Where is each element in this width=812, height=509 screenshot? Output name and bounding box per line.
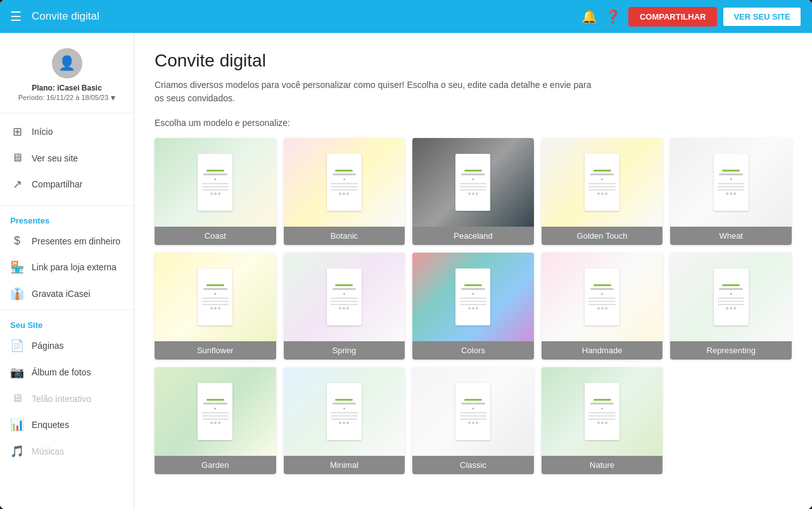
template-card-r3[interactable]: ♥ Classic (412, 367, 534, 474)
camera-icon: 📷 (10, 365, 24, 379)
chevron-down-icon[interactable]: ▾ (111, 92, 115, 103)
section-seusite: Seu Site (0, 313, 134, 332)
sidebar-item-enquetes[interactable]: 📊 Enquetes (0, 412, 134, 438)
sidebar-label-telao: Telão interativo (32, 394, 91, 404)
template-card-representing[interactable]: ♥ Representing (670, 253, 792, 360)
brand-title: Convite digital (32, 10, 581, 23)
sidebar-label-compartilhar: Compartilhar (32, 179, 82, 189)
template-label-r3: Classic (412, 456, 534, 474)
template-card-wheat[interactable]: ♥ Wheat (670, 138, 792, 245)
template-card-colors[interactable]: ♥ Colors (412, 253, 534, 360)
sidebar-divider-2 (0, 310, 134, 310)
plan-period: Período: 16/11/22 à 18/05/23 ▾ (18, 92, 116, 103)
template-preview-wheat: ♥ (670, 138, 792, 227)
main-content: Convite digital Criamos diversos modelos… (134, 33, 812, 509)
grid-icon: ⊞ (10, 125, 24, 139)
template-preview-botanic: ♥ (284, 138, 405, 227)
compartilhar-button[interactable]: COMPARTILHAR (628, 7, 717, 27)
sidebar-label-ver-site: Ver seu site (32, 153, 78, 163)
template-label-sunflower: Sunflower (155, 341, 276, 360)
template-preview-handmade: ♥ (542, 253, 663, 341)
help-icon[interactable]: ❓ (605, 9, 621, 24)
sidebar-item-album[interactable]: 📷 Álbum de fotos (0, 359, 134, 386)
monitor-icon: 🖥 (10, 151, 24, 165)
hamburger-icon[interactable]: ☰ (10, 9, 22, 24)
template-label-r2: Minimal (284, 456, 405, 474)
sidebar-item-inicio[interactable]: ⊞ Início (0, 118, 134, 145)
template-card-coast[interactable]: ♥ Coast (155, 138, 276, 245)
sidebar-main-nav: ⊞ Início 🖥 Ver seu site ↗ Compartilhar (0, 113, 134, 203)
sidebar-profile: 👤 Plano: iCasei Basic Período: 16/11/22 … (0, 43, 134, 113)
sidebar-label-paginas: Páginas (32, 341, 64, 351)
template-preview-r2: ♥ (284, 367, 405, 456)
sidebar-item-telao: 🖥 Telão interativo (0, 386, 134, 412)
template-preview-r1: ♥ (155, 367, 276, 456)
sidebar-item-link-loja[interactable]: 🏪 Link para loja externa (0, 254, 134, 280)
template-preview-colors: ♥ (412, 253, 534, 341)
sidebar-label-gravata: Gravata iCasei (32, 289, 91, 299)
ver-site-button[interactable]: VER SEU SITE (722, 6, 802, 27)
template-label-colors: Colors (412, 341, 534, 360)
money-icon: $ (10, 234, 24, 248)
template-card-golden[interactable]: ♥ Golden Touch (542, 138, 663, 245)
template-preview-r3: ♥ (412, 367, 534, 456)
sidebar-label-link-loja: Link para loja externa (32, 262, 117, 272)
notification-icon[interactable]: 🔔 (581, 9, 597, 24)
template-card-spring[interactable]: ♥ Spring (284, 253, 405, 360)
sidebar-label-enquetes: Enquetes (32, 420, 69, 430)
template-preview-sunflower: ♥ (155, 253, 276, 341)
sidebar-item-ver-site[interactable]: 🖥 Ver seu site (0, 145, 134, 171)
page-title: Convite digital (155, 51, 792, 71)
template-label-representing: Representing (670, 341, 792, 360)
templates-grid: ♥ Coast ♥ Botanic ♥ Peacelan (155, 138, 792, 474)
screen-icon: 🖥 (10, 392, 24, 405)
template-card-sunflower[interactable]: ♥ Sunflower (155, 253, 276, 360)
main-body: 👤 Plano: iCasei Basic Período: 16/11/22 … (0, 33, 812, 509)
avatar: 👤 (52, 48, 82, 79)
template-card-handmade[interactable]: ♥ Handmade (542, 253, 663, 360)
template-preview-spring: ♥ (284, 253, 405, 341)
share-icon: ↗ (10, 177, 24, 191)
avatar-icon: 👤 (58, 55, 75, 72)
template-label-coast: Coast (155, 227, 276, 245)
sidebar-divider-1 (0, 205, 134, 206)
template-preview-coast: ♥ (155, 138, 276, 227)
sidebar-item-compartilhar[interactable]: ↗ Compartilhar (0, 171, 134, 198)
template-label-r4: Nature (542, 456, 663, 474)
template-preview-golden: ♥ (542, 138, 663, 227)
template-label-wheat: Wheat (670, 227, 792, 245)
template-card-r2[interactable]: ♥ Minimal (284, 367, 405, 474)
template-card-peaceland[interactable]: ♥ Peaceland (412, 138, 534, 245)
template-card-r1[interactable]: ♥ Garden (155, 367, 276, 474)
sidebar-label-inicio: Início (32, 127, 53, 137)
template-label-botanic: Botanic (284, 227, 405, 245)
section-label: Escolha um modelo e personalize: (155, 118, 792, 128)
template-card-r4[interactable]: ♥ Nature (542, 367, 663, 474)
top-nav: ☰ Convite digital 🔔 ❓ COMPARTILHAR VER S… (0, 0, 812, 33)
sidebar-label-musicas: Músicas (32, 446, 64, 456)
music-icon: 🎵 (10, 444, 24, 458)
browser-frame: ☰ Convite digital 🔔 ❓ COMPARTILHAR VER S… (0, 0, 812, 509)
page-description: Criamos diversos modelos para você perso… (155, 79, 598, 105)
section-presentes: Presentes (0, 208, 134, 228)
template-card-botanic[interactable]: ♥ Botanic (284, 138, 405, 245)
template-label-r1: Garden (155, 456, 276, 474)
pages-icon: 📄 (10, 339, 24, 353)
store-icon: 🏪 (10, 260, 24, 274)
sidebar-item-presentes-dinheiro[interactable]: $ Presentes em dinheiro (0, 228, 134, 254)
sidebar-item-gravata[interactable]: 👔 Gravata iCasei (0, 280, 134, 307)
sidebar-label-presentes-dinheiro: Presentes em dinheiro (32, 236, 120, 246)
tie-icon: 👔 (10, 287, 24, 301)
template-label-handmade: Handmade (542, 341, 663, 360)
template-label-peaceland: Peaceland (412, 227, 534, 245)
sidebar-item-paginas[interactable]: 📄 Páginas (0, 332, 134, 359)
sidebar-item-musicas: 🎵 Músicas (0, 438, 134, 465)
template-preview-representing: ♥ (670, 253, 792, 341)
plan-name: Plano: iCasei Basic (32, 84, 102, 92)
sidebar-label-album: Álbum de fotos (32, 367, 91, 377)
template-preview-peaceland: ♥ (412, 138, 534, 227)
template-label-spring: Spring (284, 341, 405, 360)
template-label-golden: Golden Touch (542, 227, 663, 245)
nav-icons: 🔔 ❓ (581, 9, 621, 24)
template-preview-r4: ♥ (542, 367, 663, 456)
